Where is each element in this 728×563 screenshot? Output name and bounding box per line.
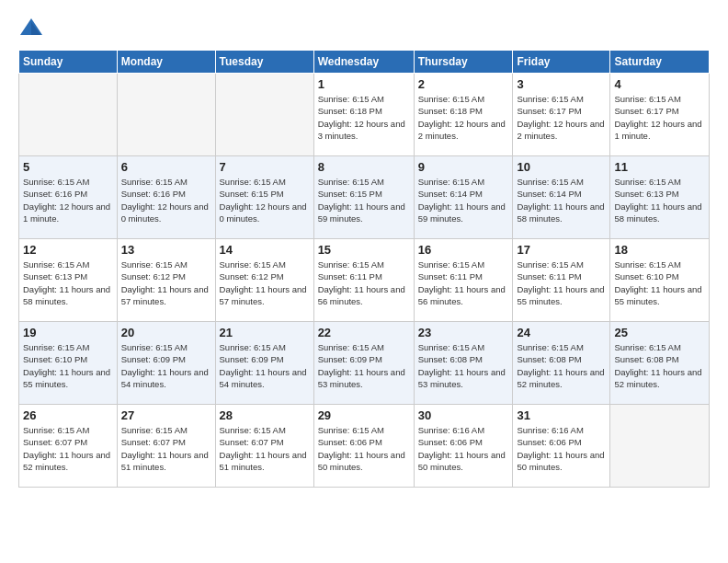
calendar-header-row: Sunday Monday Tuesday Wednesday Thursday… xyxy=(19,51,710,74)
day-number: 20 xyxy=(121,326,211,339)
day-info: Sunrise: 6:15 AM Sunset: 6:14 PM Dayligh… xyxy=(418,176,509,224)
calendar-day-cell: 22Sunrise: 6:15 AM Sunset: 6:09 PM Dayli… xyxy=(313,322,414,405)
day-number: 24 xyxy=(517,326,606,339)
calendar-day-cell: 30Sunrise: 6:16 AM Sunset: 6:06 PM Dayli… xyxy=(414,405,513,488)
day-number: 14 xyxy=(220,243,310,257)
day-number: 11 xyxy=(614,160,705,174)
svg-marker-1 xyxy=(31,22,40,35)
calendar-day-cell: 16Sunrise: 6:15 AM Sunset: 6:11 PM Dayli… xyxy=(414,239,513,322)
calendar-day-cell: 29Sunrise: 6:15 AM Sunset: 6:06 PM Dayli… xyxy=(313,405,414,488)
col-saturday: Saturday xyxy=(610,51,710,74)
calendar-day-cell: 8Sunrise: 6:15 AM Sunset: 6:15 PM Daylig… xyxy=(313,156,414,239)
day-number: 16 xyxy=(418,243,509,257)
day-info: Sunrise: 6:15 AM Sunset: 6:07 PM Dayligh… xyxy=(121,424,211,473)
calendar-day-cell: 1Sunrise: 6:15 AM Sunset: 6:18 PM Daylig… xyxy=(313,74,414,156)
calendar-day-cell: 26Sunrise: 6:15 AM Sunset: 6:07 PM Dayli… xyxy=(19,405,118,488)
day-number: 12 xyxy=(23,243,113,257)
day-number: 27 xyxy=(121,408,211,422)
calendar-day-cell: 2Sunrise: 6:15 AM Sunset: 6:18 PM Daylig… xyxy=(414,74,513,156)
calendar-day-cell: 13Sunrise: 6:15 AM Sunset: 6:12 PM Dayli… xyxy=(117,239,215,322)
day-info: Sunrise: 6:15 AM Sunset: 6:08 PM Dayligh… xyxy=(614,341,705,390)
day-info: Sunrise: 6:15 AM Sunset: 6:18 PM Dayligh… xyxy=(318,93,410,142)
calendar-day-cell: 20Sunrise: 6:15 AM Sunset: 6:09 PM Dayli… xyxy=(117,322,215,405)
logo xyxy=(18,15,48,40)
day-info: Sunrise: 6:15 AM Sunset: 6:09 PM Dayligh… xyxy=(318,341,410,390)
day-number: 3 xyxy=(517,77,606,91)
calendar-day-cell: 3Sunrise: 6:15 AM Sunset: 6:17 PM Daylig… xyxy=(513,74,610,156)
calendar-day-cell: 21Sunrise: 6:15 AM Sunset: 6:09 PM Dayli… xyxy=(215,322,313,405)
day-info: Sunrise: 6:15 AM Sunset: 6:11 PM Dayligh… xyxy=(318,259,410,307)
day-number: 9 xyxy=(418,160,509,174)
logo-icon xyxy=(18,15,44,40)
calendar-day-cell: 17Sunrise: 6:15 AM Sunset: 6:11 PM Dayli… xyxy=(513,239,610,322)
calendar-day-cell: 24Sunrise: 6:15 AM Sunset: 6:08 PM Dayli… xyxy=(513,322,610,405)
day-info: Sunrise: 6:15 AM Sunset: 6:07 PM Dayligh… xyxy=(23,424,113,473)
day-info: Sunrise: 6:15 AM Sunset: 6:17 PM Dayligh… xyxy=(517,93,606,142)
day-number: 7 xyxy=(220,160,310,174)
calendar-day-cell: 9Sunrise: 6:15 AM Sunset: 6:14 PM Daylig… xyxy=(414,156,513,239)
page: Sunday Monday Tuesday Wednesday Thursday… xyxy=(0,0,728,502)
day-number: 23 xyxy=(418,326,509,339)
day-number: 10 xyxy=(517,160,606,174)
col-tuesday: Tuesday xyxy=(215,51,313,74)
day-info: Sunrise: 6:15 AM Sunset: 6:08 PM Dayligh… xyxy=(418,341,509,390)
day-info: Sunrise: 6:15 AM Sunset: 6:17 PM Dayligh… xyxy=(614,93,705,142)
day-info: Sunrise: 6:15 AM Sunset: 6:11 PM Dayligh… xyxy=(517,259,606,307)
calendar-day-cell: 10Sunrise: 6:15 AM Sunset: 6:14 PM Dayli… xyxy=(513,156,610,239)
day-number: 21 xyxy=(220,326,310,339)
day-info: Sunrise: 6:15 AM Sunset: 6:16 PM Dayligh… xyxy=(23,176,113,224)
day-number: 31 xyxy=(517,408,606,422)
col-thursday: Thursday xyxy=(414,51,513,74)
day-info: Sunrise: 6:15 AM Sunset: 6:10 PM Dayligh… xyxy=(23,341,113,390)
day-number: 25 xyxy=(614,326,705,339)
calendar-day-cell: 11Sunrise: 6:15 AM Sunset: 6:13 PM Dayli… xyxy=(610,156,710,239)
day-number: 30 xyxy=(418,408,509,422)
calendar-day-cell: 28Sunrise: 6:15 AM Sunset: 6:07 PM Dayli… xyxy=(215,405,313,488)
day-info: Sunrise: 6:15 AM Sunset: 6:14 PM Dayligh… xyxy=(517,176,606,224)
day-number: 8 xyxy=(318,160,410,174)
day-info: Sunrise: 6:15 AM Sunset: 6:11 PM Dayligh… xyxy=(418,259,509,307)
calendar-week-row: 12Sunrise: 6:15 AM Sunset: 6:13 PM Dayli… xyxy=(19,239,710,322)
calendar-day-cell: 27Sunrise: 6:15 AM Sunset: 6:07 PM Dayli… xyxy=(117,405,215,488)
col-wednesday: Wednesday xyxy=(313,51,414,74)
day-info: Sunrise: 6:15 AM Sunset: 6:06 PM Dayligh… xyxy=(318,424,410,473)
day-number: 1 xyxy=(318,77,410,91)
calendar-week-row: 26Sunrise: 6:15 AM Sunset: 6:07 PM Dayli… xyxy=(19,405,710,488)
day-number: 29 xyxy=(318,408,410,422)
day-info: Sunrise: 6:16 AM Sunset: 6:06 PM Dayligh… xyxy=(418,424,509,473)
calendar-week-row: 19Sunrise: 6:15 AM Sunset: 6:10 PM Dayli… xyxy=(19,322,710,405)
day-number: 17 xyxy=(517,243,606,257)
day-number: 18 xyxy=(614,243,705,257)
calendar-table: Sunday Monday Tuesday Wednesday Thursday… xyxy=(18,50,710,488)
header xyxy=(18,15,710,40)
day-number: 19 xyxy=(23,326,113,339)
day-info: Sunrise: 6:15 AM Sunset: 6:15 PM Dayligh… xyxy=(220,176,310,224)
day-number: 4 xyxy=(614,77,705,91)
calendar-day-cell: 25Sunrise: 6:15 AM Sunset: 6:08 PM Dayli… xyxy=(610,322,710,405)
day-number: 15 xyxy=(318,243,410,257)
calendar-day-cell: 18Sunrise: 6:15 AM Sunset: 6:10 PM Dayli… xyxy=(610,239,710,322)
day-number: 2 xyxy=(418,77,509,91)
day-info: Sunrise: 6:16 AM Sunset: 6:06 PM Dayligh… xyxy=(517,424,606,473)
calendar-day-cell xyxy=(117,74,215,156)
day-number: 28 xyxy=(220,408,310,422)
day-info: Sunrise: 6:15 AM Sunset: 6:09 PM Dayligh… xyxy=(220,341,310,390)
calendar-day-cell: 23Sunrise: 6:15 AM Sunset: 6:08 PM Dayli… xyxy=(414,322,513,405)
day-number: 26 xyxy=(23,408,113,422)
day-info: Sunrise: 6:15 AM Sunset: 6:09 PM Dayligh… xyxy=(121,341,211,390)
day-number: 6 xyxy=(121,160,211,174)
calendar-day-cell: 19Sunrise: 6:15 AM Sunset: 6:10 PM Dayli… xyxy=(19,322,118,405)
col-friday: Friday xyxy=(513,51,610,74)
day-info: Sunrise: 6:15 AM Sunset: 6:13 PM Dayligh… xyxy=(614,176,705,224)
day-info: Sunrise: 6:15 AM Sunset: 6:16 PM Dayligh… xyxy=(121,176,211,224)
calendar-day-cell: 6Sunrise: 6:15 AM Sunset: 6:16 PM Daylig… xyxy=(117,156,215,239)
day-number: 5 xyxy=(23,160,113,174)
calendar-day-cell xyxy=(610,405,710,488)
calendar-day-cell xyxy=(19,74,118,156)
calendar-day-cell: 15Sunrise: 6:15 AM Sunset: 6:11 PM Dayli… xyxy=(313,239,414,322)
day-number: 13 xyxy=(121,243,211,257)
calendar-day-cell: 7Sunrise: 6:15 AM Sunset: 6:15 PM Daylig… xyxy=(215,156,313,239)
day-info: Sunrise: 6:15 AM Sunset: 6:13 PM Dayligh… xyxy=(23,259,113,307)
calendar-week-row: 5Sunrise: 6:15 AM Sunset: 6:16 PM Daylig… xyxy=(19,156,710,239)
calendar-day-cell: 5Sunrise: 6:15 AM Sunset: 6:16 PM Daylig… xyxy=(19,156,118,239)
